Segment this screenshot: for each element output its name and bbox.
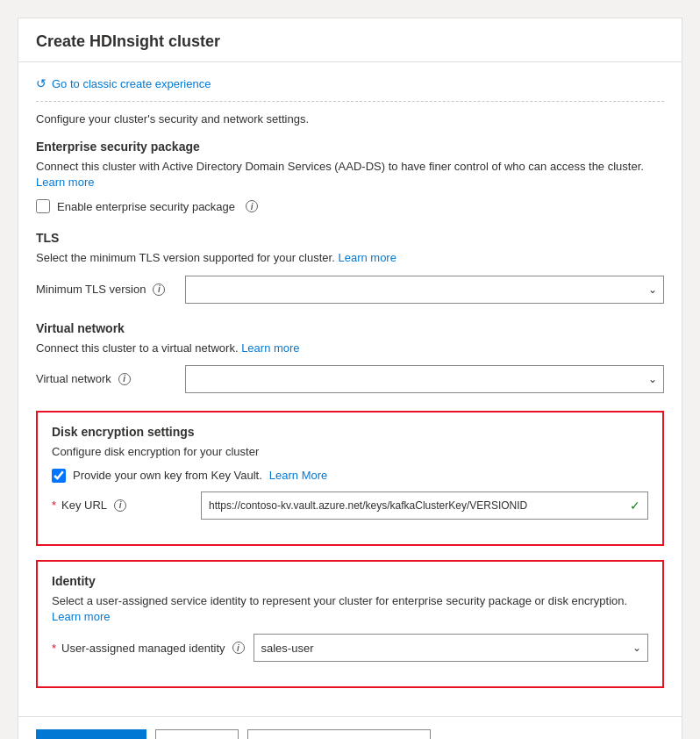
enterprise-security-checkbox-row: Enable enterprise security package i [36, 199, 664, 213]
key-url-input-wrapper: ✓ [201, 491, 648, 520]
virtual-network-dropdown-wrapper: ⌄ [185, 365, 664, 393]
disk-encryption-learn-more[interactable]: Learn More [269, 469, 327, 482]
identity-section: Identity Select a user-assigned service … [36, 560, 664, 688]
disk-encryption-checkbox-label: Provide your own key from Key Vault. [73, 469, 262, 482]
virtual-network-section: Virtual network Connect this cluster to … [36, 321, 664, 393]
panel-body: ↺ Go to classic create experience Config… [18, 62, 682, 716]
disk-encryption-title: Disk encryption settings [52, 425, 648, 439]
identity-field-label: * User-assigned managed identity i [52, 642, 245, 655]
virtual-network-learn-more[interactable]: Learn more [241, 341, 299, 355]
identity-required-star: * [52, 642, 56, 655]
key-url-input[interactable] [209, 499, 625, 512]
enterprise-security-checkbox[interactable] [36, 199, 50, 213]
identity-title: Identity [52, 574, 648, 588]
key-url-info-icon: i [114, 499, 126, 512]
key-url-label: * Key URL i [52, 499, 192, 512]
virtual-network-field-row: Virtual network i ⌄ [36, 365, 664, 393]
virtual-network-desc: Connect this cluster to a virtual networ… [36, 341, 664, 356]
virtual-network-field-label: Virtual network i [36, 372, 176, 385]
tls-dropdown-wrapper: 1.0 1.1 1.2 ⌄ [185, 276, 664, 304]
enterprise-security-title: Enterprise security package [36, 140, 664, 154]
footer: Review + create « Previous Next: Configu… [18, 716, 682, 739]
enterprise-security-learn-more[interactable]: Learn more [36, 176, 94, 189]
virtual-network-info-icon: i [118, 373, 131, 385]
enterprise-security-desc: Connect this cluster with Active Directo… [36, 159, 664, 190]
refresh-icon: ↺ [36, 76, 46, 90]
enterprise-security-checkbox-label: Enable enterprise security package [57, 200, 235, 213]
tls-section: TLS Select the minimum TLS version suppo… [36, 231, 664, 303]
tls-info-icon: i [153, 283, 165, 296]
tls-title: TLS [36, 231, 664, 245]
tls-learn-more[interactable]: Learn more [338, 251, 396, 264]
tls-field-row: Minimum TLS version i 1.0 1.1 1.2 ⌄ [36, 276, 664, 304]
panel-header: Create HDInsight cluster [18, 18, 682, 62]
identity-select[interactable]: sales-user [254, 634, 649, 662]
identity-learn-more[interactable]: Learn more [52, 610, 110, 623]
tls-version-select[interactable]: 1.0 1.1 1.2 [185, 276, 664, 304]
classic-link-row: ↺ Go to classic create experience [36, 76, 664, 102]
disk-encryption-checkbox-row: Provide your own key from Key Vault. Lea… [52, 469, 648, 483]
key-url-required-star: * [52, 499, 56, 512]
identity-field-row: * User-assigned managed identity i sales… [52, 634, 648, 662]
previous-button[interactable]: « Previous [155, 729, 239, 739]
classic-link[interactable]: Go to classic create experience [52, 77, 211, 90]
key-url-field-row: * Key URL i ✓ [52, 491, 648, 520]
identity-info-icon: i [232, 642, 245, 654]
page-subtitle: Configure your cluster's security and ne… [36, 112, 664, 126]
disk-encryption-desc: Configure disk encryption for your clust… [52, 444, 648, 460]
disk-encryption-checkbox[interactable] [52, 469, 66, 483]
next-button[interactable]: Next: Configuration + pricing » [247, 729, 431, 739]
disk-encryption-section: Disk encryption settings Configure disk … [36, 411, 664, 546]
main-panel: Create HDInsight cluster ↺ Go to classic… [18, 18, 682, 739]
tls-desc: Select the minimum TLS version supported… [36, 250, 664, 266]
page-title: Create HDInsight cluster [36, 32, 664, 51]
enterprise-security-section: Enterprise security package Connect this… [36, 140, 664, 213]
identity-dropdown-wrapper: sales-user ⌄ [254, 634, 649, 662]
identity-desc: Select a user-assigned service identity … [52, 593, 648, 625]
key-url-valid-icon: ✓ [630, 499, 640, 513]
virtual-network-title: Virtual network [36, 321, 664, 335]
enterprise-security-info-icon: i [246, 200, 258, 212]
tls-field-label: Minimum TLS version i [36, 283, 176, 296]
virtual-network-select[interactable] [185, 365, 664, 393]
review-create-button[interactable]: Review + create [36, 729, 146, 739]
